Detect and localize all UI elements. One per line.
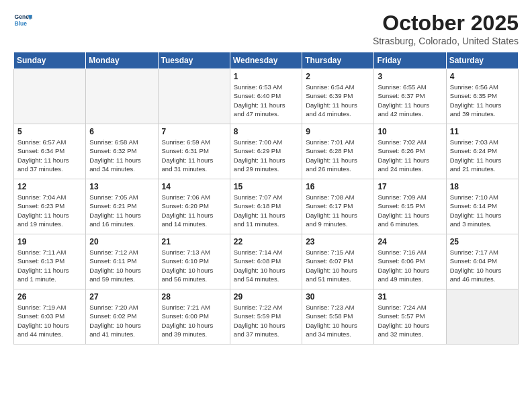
- day-number: 1: [234, 72, 298, 81]
- calendar-cell: 28Sunrise: 7:21 AM Sunset: 6:00 PM Dayli…: [158, 289, 230, 345]
- calendar-cell: 13Sunrise: 7:05 AM Sunset: 6:21 PM Dayli…: [86, 179, 158, 234]
- day-number: 4: [450, 72, 515, 81]
- day-number: 5: [17, 127, 82, 136]
- day-info: Sunrise: 7:09 AM Sunset: 6:15 PM Dayligh…: [378, 193, 442, 228]
- weekday-header-tuesday: Tuesday: [158, 52, 230, 69]
- day-number: 9: [306, 127, 370, 136]
- location: Strasburg, Colorado, United States: [373, 36, 519, 46]
- day-info: Sunrise: 7:22 AM Sunset: 5:59 PM Dayligh…: [234, 303, 298, 338]
- calendar-cell: 15Sunrise: 7:07 AM Sunset: 6:18 PM Dayli…: [230, 179, 302, 234]
- day-info: Sunrise: 7:13 AM Sunset: 6:10 PM Dayligh…: [162, 248, 226, 283]
- day-number: 6: [89, 127, 154, 136]
- day-info: Sunrise: 7:00 AM Sunset: 6:29 PM Dayligh…: [234, 138, 298, 173]
- weekday-header-sunday: Sunday: [14, 52, 86, 69]
- day-info: Sunrise: 7:07 AM Sunset: 6:18 PM Dayligh…: [234, 193, 298, 228]
- day-info: Sunrise: 7:14 AM Sunset: 6:08 PM Dayligh…: [234, 248, 298, 283]
- day-number: 12: [17, 182, 82, 191]
- calendar-cell: 17Sunrise: 7:09 AM Sunset: 6:15 PM Dayli…: [374, 179, 446, 234]
- day-info: Sunrise: 6:57 AM Sunset: 6:34 PM Dayligh…: [17, 138, 82, 173]
- day-number: 20: [89, 237, 154, 246]
- week-row-3: 12Sunrise: 7:04 AM Sunset: 6:23 PM Dayli…: [14, 179, 519, 234]
- page-container: General Blue October 2025 Strasburg, Col…: [0, 0, 532, 351]
- calendar-cell: 26Sunrise: 7:19 AM Sunset: 6:03 PM Dayli…: [14, 289, 86, 345]
- weekday-header-saturday: Saturday: [446, 52, 518, 69]
- day-info: Sunrise: 7:24 AM Sunset: 5:57 PM Dayligh…: [378, 303, 442, 338]
- day-info: Sunrise: 7:08 AM Sunset: 6:17 PM Dayligh…: [306, 193, 370, 228]
- calendar-cell: [14, 69, 86, 124]
- day-number: 19: [17, 237, 82, 246]
- calendar-cell: 25Sunrise: 7:17 AM Sunset: 6:04 PM Dayli…: [446, 234, 518, 289]
- day-number: 23: [306, 237, 370, 246]
- day-info: Sunrise: 7:03 AM Sunset: 6:24 PM Dayligh…: [450, 138, 515, 173]
- calendar-cell: 14Sunrise: 7:06 AM Sunset: 6:20 PM Dayli…: [158, 179, 230, 234]
- day-number: 30: [306, 292, 370, 302]
- day-info: Sunrise: 7:19 AM Sunset: 6:03 PM Dayligh…: [17, 303, 82, 338]
- week-row-1: 1Sunrise: 6:53 AM Sunset: 6:40 PM Daylig…: [14, 69, 519, 124]
- header: General Blue October 2025 Strasburg, Col…: [13, 11, 519, 46]
- day-info: Sunrise: 7:06 AM Sunset: 6:20 PM Dayligh…: [162, 193, 226, 228]
- calendar-cell: 1Sunrise: 6:53 AM Sunset: 6:40 PM Daylig…: [230, 69, 302, 124]
- day-number: 16: [306, 182, 370, 191]
- month-title: October 2025: [373, 11, 519, 36]
- weekday-header-friday: Friday: [374, 52, 446, 69]
- day-number: 7: [162, 127, 226, 136]
- calendar-cell: 20Sunrise: 7:12 AM Sunset: 6:11 PM Dayli…: [86, 234, 158, 289]
- day-info: Sunrise: 7:16 AM Sunset: 6:06 PM Dayligh…: [378, 248, 442, 283]
- day-info: Sunrise: 7:15 AM Sunset: 6:07 PM Dayligh…: [306, 248, 370, 283]
- calendar-cell: 4Sunrise: 6:56 AM Sunset: 6:35 PM Daylig…: [446, 69, 518, 124]
- calendar-cell: 7Sunrise: 6:59 AM Sunset: 6:31 PM Daylig…: [158, 124, 230, 179]
- weekday-header-monday: Monday: [86, 52, 158, 69]
- day-info: Sunrise: 7:02 AM Sunset: 6:26 PM Dayligh…: [378, 138, 442, 173]
- calendar-cell: 2Sunrise: 6:54 AM Sunset: 6:39 PM Daylig…: [302, 69, 374, 124]
- calendar-cell: 22Sunrise: 7:14 AM Sunset: 6:08 PM Dayli…: [230, 234, 302, 289]
- svg-text:Blue: Blue: [15, 20, 28, 27]
- calendar-cell: 31Sunrise: 7:24 AM Sunset: 5:57 PM Dayli…: [374, 289, 446, 345]
- calendar-cell: [86, 69, 158, 124]
- day-info: Sunrise: 6:53 AM Sunset: 6:40 PM Dayligh…: [234, 83, 298, 118]
- calendar-cell: [446, 289, 518, 345]
- day-number: 28: [162, 292, 226, 302]
- calendar-cell: 5Sunrise: 6:57 AM Sunset: 6:34 PM Daylig…: [14, 124, 86, 179]
- day-info: Sunrise: 7:05 AM Sunset: 6:21 PM Dayligh…: [89, 193, 154, 228]
- day-number: 24: [378, 237, 442, 246]
- day-info: Sunrise: 6:58 AM Sunset: 6:32 PM Dayligh…: [89, 138, 154, 173]
- day-info: Sunrise: 7:01 AM Sunset: 6:28 PM Dayligh…: [306, 138, 370, 173]
- calendar-table: SundayMondayTuesdayWednesdayThursdayFrid…: [13, 52, 519, 345]
- calendar-cell: [158, 69, 230, 124]
- calendar-cell: 8Sunrise: 7:00 AM Sunset: 6:29 PM Daylig…: [230, 124, 302, 179]
- calendar-cell: 16Sunrise: 7:08 AM Sunset: 6:17 PM Dayli…: [302, 179, 374, 234]
- day-info: Sunrise: 7:20 AM Sunset: 6:02 PM Dayligh…: [89, 303, 154, 338]
- calendar-cell: 11Sunrise: 7:03 AM Sunset: 6:24 PM Dayli…: [446, 124, 518, 179]
- logo-icon: General Blue: [13, 11, 32, 30]
- day-info: Sunrise: 6:54 AM Sunset: 6:39 PM Dayligh…: [306, 83, 370, 118]
- day-number: 3: [378, 72, 442, 81]
- day-number: 25: [450, 237, 515, 246]
- day-info: Sunrise: 6:59 AM Sunset: 6:31 PM Dayligh…: [162, 138, 226, 173]
- calendar-cell: 30Sunrise: 7:23 AM Sunset: 5:58 PM Dayli…: [302, 289, 374, 345]
- day-number: 11: [450, 127, 515, 136]
- day-number: 21: [162, 237, 226, 246]
- day-info: Sunrise: 7:11 AM Sunset: 6:13 PM Dayligh…: [17, 248, 82, 283]
- day-number: 29: [234, 292, 298, 302]
- calendar-cell: 10Sunrise: 7:02 AM Sunset: 6:26 PM Dayli…: [374, 124, 446, 179]
- weekday-header-wednesday: Wednesday: [230, 52, 302, 69]
- day-number: 22: [234, 237, 298, 246]
- weekday-header-row: SundayMondayTuesdayWednesdayThursdayFrid…: [14, 52, 519, 69]
- day-number: 27: [89, 292, 154, 302]
- day-number: 2: [306, 72, 370, 81]
- day-number: 26: [17, 292, 82, 302]
- day-number: 31: [378, 292, 442, 302]
- calendar-cell: 12Sunrise: 7:04 AM Sunset: 6:23 PM Dayli…: [14, 179, 86, 234]
- week-row-2: 5Sunrise: 6:57 AM Sunset: 6:34 PM Daylig…: [14, 124, 519, 179]
- calendar-cell: 19Sunrise: 7:11 AM Sunset: 6:13 PM Dayli…: [14, 234, 86, 289]
- day-info: Sunrise: 7:17 AM Sunset: 6:04 PM Dayligh…: [450, 248, 515, 283]
- day-info: Sunrise: 7:04 AM Sunset: 6:23 PM Dayligh…: [17, 193, 82, 228]
- day-info: Sunrise: 7:21 AM Sunset: 6:00 PM Dayligh…: [162, 303, 226, 338]
- day-number: 15: [234, 182, 298, 191]
- calendar-cell: 21Sunrise: 7:13 AM Sunset: 6:10 PM Dayli…: [158, 234, 230, 289]
- logo: General Blue: [13, 11, 32, 30]
- calendar-cell: 24Sunrise: 7:16 AM Sunset: 6:06 PM Dayli…: [374, 234, 446, 289]
- day-info: Sunrise: 6:55 AM Sunset: 6:37 PM Dayligh…: [378, 83, 442, 118]
- calendar-cell: 3Sunrise: 6:55 AM Sunset: 6:37 PM Daylig…: [374, 69, 446, 124]
- day-number: 14: [162, 182, 226, 191]
